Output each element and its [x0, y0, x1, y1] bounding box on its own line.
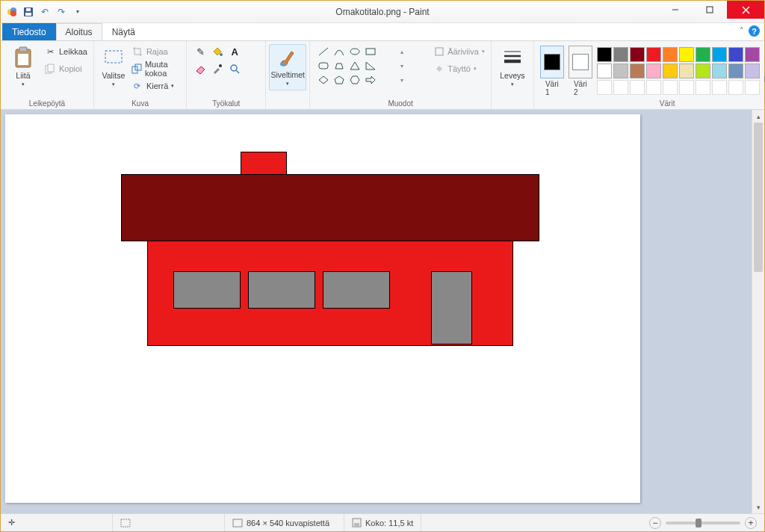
- save-icon[interactable]: [22, 5, 35, 19]
- rotate-button[interactable]: ⟳ Kierrä ▾: [131, 78, 180, 93]
- shapes-gallery[interactable]: ▴ ▾ ▾: [316, 44, 425, 86]
- palette-swatch[interactable]: [630, 47, 645, 62]
- eraser-icon[interactable]: [193, 61, 208, 76]
- shapes-scroll-up-icon[interactable]: ▴: [394, 44, 409, 59]
- zoom-in-button[interactable]: +: [745, 517, 757, 529]
- palette-swatch[interactable]: [646, 47, 661, 62]
- palette-swatch[interactable]: [613, 80, 628, 95]
- palette-swatch[interactable]: [613, 64, 628, 78]
- oval-shape-icon[interactable]: [347, 44, 362, 59]
- help-icon[interactable]: ?: [749, 25, 760, 37]
- line-shape-icon[interactable]: [316, 44, 331, 59]
- palette-swatch[interactable]: [728, 64, 743, 78]
- palette-swatch[interactable]: [597, 64, 612, 78]
- tab-file[interactable]: Tiedosto: [2, 23, 56, 40]
- qat-dropdown-icon[interactable]: ▾: [71, 5, 84, 19]
- redo-icon[interactable]: ↷: [55, 5, 68, 19]
- palette-swatch[interactable]: [728, 80, 743, 95]
- window-title: Omakotitalo.png - Paint: [1, 7, 764, 17]
- pentagon-shape-icon[interactable]: [332, 72, 347, 87]
- right-triangle-shape-icon[interactable]: [363, 58, 378, 73]
- canvas[interactable]: [5, 114, 640, 503]
- svg-point-19: [219, 64, 222, 67]
- tab-view[interactable]: Näytä: [102, 23, 145, 40]
- zoom-slider-knob[interactable]: [696, 519, 701, 528]
- magnifier-icon[interactable]: [227, 61, 242, 76]
- palette-swatch[interactable]: [663, 64, 678, 78]
- outline-button[interactable]: Ääriviiva ▾: [434, 44, 485, 59]
- tab-home[interactable]: Aloitus: [56, 23, 102, 40]
- scroll-up-icon[interactable]: ▴: [752, 110, 764, 123]
- rectangle-shape-icon[interactable]: [363, 44, 378, 59]
- zoom-slider[interactable]: [666, 522, 740, 525]
- rounded-rect-shape-icon[interactable]: [316, 58, 331, 73]
- palette-swatch[interactable]: [745, 64, 760, 78]
- palette-swatch[interactable]: [630, 80, 645, 95]
- scroll-thumb[interactable]: [754, 123, 763, 272]
- palette-swatch[interactable]: [646, 80, 661, 95]
- text-icon[interactable]: A: [227, 44, 242, 59]
- hexagon-shape-icon[interactable]: [347, 72, 362, 87]
- palette-swatch[interactable]: [663, 47, 678, 62]
- palette-swatch[interactable]: [712, 64, 727, 78]
- palette-swatch[interactable]: [646, 64, 661, 78]
- scroll-down-icon[interactable]: ▾: [752, 501, 764, 513]
- close-button[interactable]: [727, 1, 764, 19]
- palette-swatch[interactable]: [745, 47, 760, 62]
- size-button[interactable]: Leveys ▾: [496, 44, 529, 89]
- vertical-scrollbar[interactable]: ▴ ▾: [752, 110, 764, 513]
- cut-label: Leikkaa: [59, 47, 87, 56]
- cut-button[interactable]: ✂ Leikkaa: [44, 44, 87, 59]
- palette-swatch[interactable]: [696, 64, 710, 78]
- shapes-more-icon[interactable]: ▾: [394, 72, 409, 87]
- ribbon-tabs: Tiedosto Aloitus Näytä ˄ ?: [1, 23, 764, 41]
- paste-button[interactable]: Liitä ▾: [7, 44, 40, 89]
- window-controls: [658, 1, 764, 19]
- palette-swatch[interactable]: [745, 80, 760, 95]
- brushes-button[interactable]: Siveltimet ▾: [269, 44, 306, 90]
- palette-swatch[interactable]: [712, 80, 727, 95]
- resize-button[interactable]: Muuta kokoa: [131, 61, 180, 76]
- curve-shape-icon[interactable]: [332, 44, 347, 59]
- drawing-door: [431, 271, 472, 344]
- triangle-shape-icon[interactable]: [347, 58, 362, 73]
- pencil-icon[interactable]: ✎: [193, 44, 208, 59]
- collapse-ribbon-icon[interactable]: ˄: [740, 26, 744, 36]
- svg-rect-17: [135, 64, 141, 70]
- palette-swatch[interactable]: [696, 47, 710, 62]
- fill-icon[interactable]: [210, 44, 225, 59]
- arrow-right-shape-icon[interactable]: [363, 72, 378, 87]
- maximize-button[interactable]: [693, 1, 727, 19]
- svg-rect-25: [366, 49, 375, 55]
- zoom-out-button[interactable]: −: [649, 517, 661, 529]
- color2-button[interactable]: Väri 2: [569, 46, 592, 96]
- shapes-scroll-down-icon[interactable]: ▾: [394, 58, 409, 73]
- palette-swatch[interactable]: [597, 80, 612, 95]
- paste-label: Liitä: [16, 71, 30, 80]
- minimize-button[interactable]: [658, 1, 693, 19]
- copy-button[interactable]: Kopioi: [44, 61, 87, 76]
- canvas-area: ▴ ▾: [1, 110, 764, 513]
- palette-swatch[interactable]: [696, 80, 710, 95]
- outline-label: Ääriviiva: [447, 47, 479, 56]
- palette-swatch[interactable]: [630, 64, 645, 78]
- palette-swatch[interactable]: [663, 80, 678, 95]
- color1-label: Väri 1: [545, 80, 559, 96]
- crop-button[interactable]: Rajaa: [131, 44, 180, 59]
- palette-swatch[interactable]: [679, 47, 694, 62]
- palette-swatch[interactable]: [728, 47, 743, 62]
- polygon-shape-icon[interactable]: [332, 58, 347, 73]
- drawing-window: [248, 271, 315, 309]
- palette-swatch[interactable]: [679, 64, 694, 78]
- color1-button[interactable]: Väri 1: [540, 46, 564, 96]
- palette-swatch[interactable]: [712, 47, 727, 62]
- color-picker-icon[interactable]: [210, 61, 225, 76]
- undo-icon[interactable]: ↶: [38, 5, 52, 19]
- diamond-shape-icon[interactable]: [316, 72, 331, 87]
- palette-swatch[interactable]: [679, 80, 694, 95]
- palette-swatch[interactable]: [613, 47, 628, 62]
- select-button[interactable]: Valitse ▾: [100, 44, 127, 89]
- svg-point-18: [220, 53, 223, 56]
- palette-swatch[interactable]: [597, 47, 612, 62]
- fill-button[interactable]: Täyttö ▾: [434, 61, 485, 76]
